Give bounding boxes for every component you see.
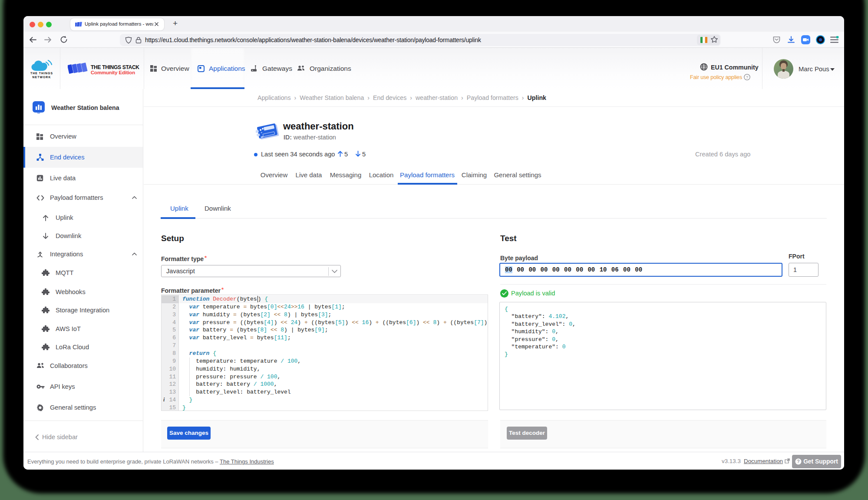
svg-text:?: ? <box>746 75 748 79</box>
svg-text:?: ? <box>797 459 799 464</box>
